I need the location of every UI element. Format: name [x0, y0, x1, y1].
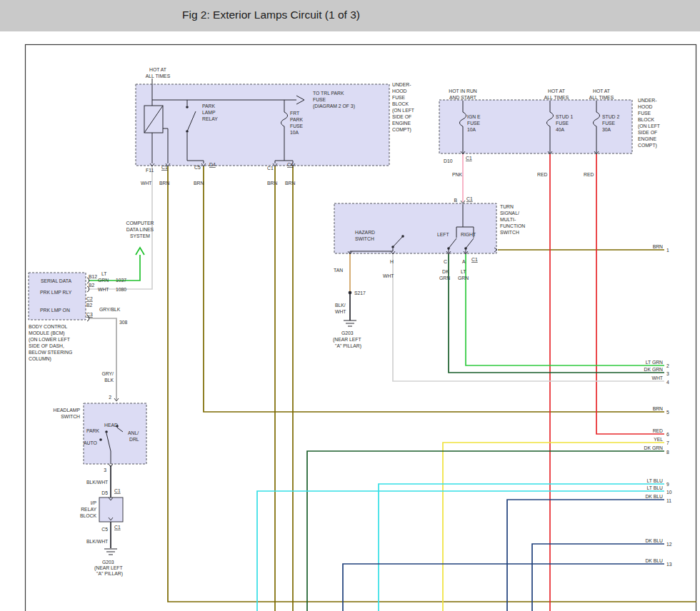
- pin-label: C1: [466, 196, 473, 201]
- pin-label: C2: [86, 296, 93, 301]
- fuse-label: 30A: [602, 127, 611, 132]
- block-caption-line: SIDE OF DASH,: [29, 343, 64, 348]
- block-caption-line: BLOCK: [392, 101, 409, 106]
- circuit-number: 1037: [116, 278, 126, 283]
- wire-number: 13: [666, 562, 672, 567]
- left-label: LEFT: [437, 232, 449, 237]
- fuse-label: FUSE: [602, 121, 616, 126]
- wire-color-label: BRN: [653, 406, 663, 411]
- wire-color-label: BLK/WHT: [86, 539, 108, 544]
- splice-label: S217: [354, 291, 366, 296]
- wire-number: 1: [666, 248, 669, 253]
- relay-label: RELAY: [202, 116, 218, 121]
- wire-color-label: GRY/: [102, 371, 114, 376]
- underhood-fuse-block-left: [136, 84, 389, 166]
- contact-dot: [99, 438, 102, 441]
- fuse-label: 40A: [556, 127, 565, 132]
- hot-label: ALL TIMES: [589, 95, 614, 100]
- pin-label: D10: [444, 158, 453, 163]
- block-caption-line: SWITCH: [61, 414, 80, 419]
- contact-dot: [186, 106, 189, 108]
- hazard-switch-label: HAZARD: [355, 230, 375, 235]
- block-caption-line: COLUMN): [29, 356, 51, 362]
- wire-color-label: LT GRN: [646, 360, 663, 365]
- wire-color-label: DK BLU: [645, 558, 663, 563]
- wire-color-label: BRN: [159, 181, 169, 186]
- trl-fuse-note: FUSE: [313, 97, 326, 102]
- wire-color-label: DK: [442, 269, 449, 274]
- wire-color-label: BLK: [104, 378, 114, 383]
- pin-label: C1: [267, 166, 274, 171]
- turn-signal-switch-block: [334, 203, 496, 253]
- block-caption-line: FUSE: [638, 111, 651, 116]
- pin-label: B2: [86, 303, 93, 308]
- wire-color-label: DK BLU: [645, 538, 663, 543]
- pin-label: B: [454, 198, 457, 203]
- trl-fuse-note: TO TRL PARK: [313, 91, 344, 96]
- pin-label: C: [444, 259, 447, 264]
- pin-label: C1: [114, 488, 121, 493]
- circuit-number: 308: [119, 320, 128, 325]
- page: Fig 2: Exterior Lamps Circuit (1 of 3): [0, 0, 700, 611]
- pin-label: C3: [86, 312, 93, 317]
- fuse-label: 10A: [467, 127, 476, 132]
- wire-color-label: BLK/WHT: [86, 480, 108, 485]
- data-lines-label: DATA LINES: [126, 227, 154, 232]
- block-caption-line: MULTI-: [500, 217, 516, 222]
- block-caption-line: COMPT): [638, 143, 657, 148]
- block-caption-line: BODY CONTROL: [29, 324, 67, 329]
- wire-color-label: BRN: [267, 181, 277, 186]
- wire-color-label: RED: [653, 428, 663, 433]
- circuit-number: 1080: [116, 287, 126, 292]
- block-caption-line: ENGINE: [638, 136, 657, 141]
- switch-position-label: PARK: [86, 428, 99, 433]
- wire-color-label: PNK: [452, 172, 462, 177]
- wire-color-label: YEL: [654, 437, 663, 442]
- ground-label: G203: [341, 330, 354, 335]
- fuse-label: FUSE: [556, 121, 569, 126]
- contact-dot: [447, 247, 450, 250]
- block-caption-line: RELAY: [81, 507, 96, 512]
- block-caption-line: (ON LEFT: [392, 108, 414, 113]
- block-caption-line: (ON LOWER LEFT: [29, 337, 70, 343]
- contact-dot: [186, 130, 189, 133]
- ground-label: (NEAR LEFT: [94, 565, 123, 571]
- wire-color-label: BLK/: [335, 303, 346, 308]
- pin-label: C1: [161, 165, 168, 170]
- wire-color-label: TAN: [334, 268, 343, 273]
- block-caption-line: SIGNAL/: [500, 211, 519, 216]
- wire-color-label: DK GRN: [644, 445, 664, 450]
- wire-color-label: WHT: [383, 273, 394, 278]
- contact-dot: [391, 246, 394, 248]
- wire-number: 8: [666, 450, 669, 455]
- bcm-row-label: SERIAL DATA: [41, 278, 71, 283]
- wire-color-label: GRN: [439, 276, 450, 281]
- trl-fuse-note: (DIAGRAM 2 OF 3): [313, 103, 355, 109]
- wire-color-label: BRN: [194, 181, 204, 186]
- wire-number: 5: [666, 410, 669, 415]
- pin-label: D5: [101, 490, 108, 495]
- wiring-diagram: HOT AT ALL TIMES PARK LAMP RELAY TO TRL …: [0, 0, 700, 611]
- ground-label: "A" PILLAR): [335, 343, 361, 349]
- block-caption-line: HEADLAMP: [54, 408, 81, 413]
- pin-label: C1: [471, 257, 478, 262]
- fuse-label: STUD 1: [556, 114, 573, 119]
- pin-label: C1: [114, 525, 121, 530]
- frt-fuse-label: FUSE: [290, 123, 304, 128]
- hot-label: HOT AT: [149, 67, 166, 72]
- wire-color-label: WHT: [98, 287, 109, 292]
- frt-fuse-label: FRT: [290, 111, 299, 116]
- relay-label: PARK: [202, 103, 215, 108]
- block-caption-line: COMPT): [392, 127, 411, 133]
- wire-color-label: WHT: [652, 375, 663, 380]
- pin-label: B2: [89, 283, 95, 288]
- switch-position-label: DRL: [129, 437, 139, 442]
- wire-number: 2: [666, 363, 669, 368]
- switch-position-label: HEAD: [104, 423, 118, 428]
- block-caption-line: UNDER-: [638, 98, 656, 103]
- wire-color-label: WHT: [335, 309, 346, 314]
- hot-label: ALL TIMES: [146, 74, 171, 79]
- ground-label: (NEAR LEFT: [333, 337, 361, 343]
- contact-dot: [464, 247, 467, 250]
- data-lines-label: SYSTEM: [130, 233, 150, 238]
